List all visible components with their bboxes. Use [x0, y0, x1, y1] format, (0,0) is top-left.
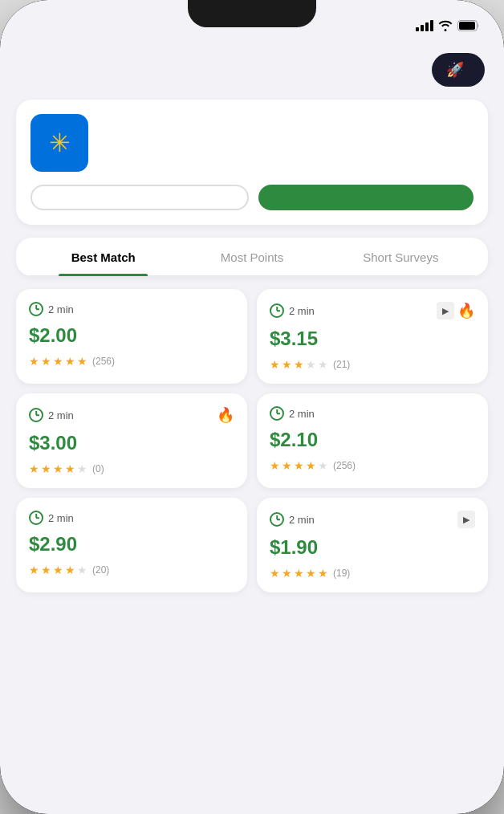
- clock-icon: [29, 511, 43, 525]
- star-icon: ★: [29, 462, 39, 475]
- rocket-icon: 🚀: [446, 61, 464, 79]
- star-icon: ★: [270, 459, 280, 472]
- star-icon: ★: [294, 459, 304, 472]
- star-icon: ★: [318, 459, 328, 472]
- walmart-logo: ✳: [30, 114, 88, 172]
- time-label: 2 min: [289, 514, 315, 526]
- survey-card[interactable]: 2 min ▶ $1.90 ★★★★★ (19): [257, 498, 488, 592]
- tab-best-match[interactable]: Best Match: [29, 250, 177, 275]
- star-icon: ★: [65, 355, 75, 368]
- stars-row: ★★★★★: [29, 564, 87, 576]
- battery-icon: [457, 20, 480, 31]
- card-time: 2 min: [29, 511, 74, 525]
- reward-card: ✳: [16, 100, 488, 225]
- change-reward-button[interactable]: [30, 185, 249, 210]
- walmart-spark-icon: ✳: [49, 128, 71, 158]
- survey-price: $2.00: [29, 324, 234, 347]
- star-icon: ★: [318, 358, 328, 371]
- level-badge[interactable]: 🚀: [432, 53, 485, 87]
- star-icon: ★: [53, 462, 63, 475]
- rating-count: (256): [92, 356, 115, 367]
- time-label: 2 min: [289, 408, 315, 420]
- star-icon: ★: [41, 564, 51, 576]
- star-icon: ★: [65, 564, 75, 576]
- wifi-icon: [438, 20, 453, 31]
- video-badge-icon: ▶: [437, 302, 454, 319]
- star-icon: ★: [41, 462, 51, 475]
- stars-row: ★★★★★: [29, 355, 87, 368]
- survey-price: $1.90: [270, 536, 475, 559]
- survey-card[interactable]: 2 min ▶🔥 $3.15 ★★★★★ (21): [257, 289, 488, 384]
- clock-icon: [270, 406, 284, 421]
- balance-section: 🚀: [16, 53, 488, 87]
- star-icon: ★: [294, 567, 304, 580]
- status-icons: [416, 20, 480, 31]
- card-time: 2 min: [29, 408, 74, 422]
- survey-card[interactable]: 2 min $2.00 ★★★★★ (256): [16, 289, 247, 384]
- star-icon: ★: [77, 462, 87, 475]
- stars-row: ★★★★★: [270, 358, 328, 371]
- survey-card[interactable]: 2 min $2.90 ★★★★★ (20): [16, 498, 247, 592]
- card-time: 2 min: [29, 302, 74, 316]
- card-header: 2 min: [29, 511, 234, 525]
- phone-screen: 🚀 ✳: [0, 0, 504, 814]
- clock-icon: [29, 302, 43, 316]
- card-header: 2 min 🔥: [29, 406, 234, 424]
- star-icon: ★: [29, 564, 39, 576]
- main-content: 🚀 ✳: [0, 40, 504, 814]
- tabs-container: Best Match Most Points Short Surveys: [16, 238, 488, 276]
- star-icon: ★: [306, 459, 316, 472]
- rating-count: (256): [333, 460, 356, 471]
- notch: [188, 0, 316, 27]
- survey-card[interactable]: 2 min 🔥 $3.00 ★★★★★ (0): [16, 393, 247, 488]
- card-header: 2 min: [29, 302, 234, 316]
- time-label: 2 min: [289, 305, 315, 317]
- reward-info: ✳: [30, 114, 474, 172]
- card-rating: ★★★★★ (19): [270, 567, 475, 580]
- time-label: 2 min: [48, 303, 74, 315]
- star-icon: ★: [306, 358, 316, 371]
- star-icon: ★: [270, 567, 280, 580]
- star-icon: ★: [65, 462, 75, 475]
- star-icon: ★: [77, 355, 87, 368]
- tab-most-points[interactable]: Most Points: [177, 250, 326, 275]
- star-icon: ★: [41, 355, 51, 368]
- survey-price: $3.15: [270, 328, 475, 350]
- card-rating: ★★★★★ (21): [270, 358, 475, 371]
- time-label: 2 min: [48, 512, 74, 524]
- star-icon: ★: [282, 358, 292, 371]
- star-icon: ★: [282, 459, 292, 472]
- svg-rect-1: [459, 22, 475, 30]
- stars-row: ★★★★★: [29, 462, 87, 475]
- survey-cards-grid: 2 min $2.00 ★★★★★ (256) 2 min ▶🔥 $3.15 ★…: [16, 289, 488, 592]
- card-time: 2 min: [270, 406, 315, 421]
- card-time: 2 min: [270, 512, 315, 527]
- time-label: 2 min: [48, 409, 74, 421]
- survey-price: $2.90: [29, 533, 234, 556]
- card-header: 2 min: [270, 406, 475, 421]
- star-icon: ★: [306, 567, 316, 580]
- signal-bars-icon: [416, 20, 433, 31]
- star-icon: ★: [53, 355, 63, 368]
- claim-button[interactable]: [258, 185, 474, 210]
- card-header: 2 min ▶🔥: [270, 302, 475, 319]
- rating-count: (0): [92, 463, 104, 474]
- star-icon: ★: [270, 358, 280, 371]
- reward-actions: [30, 185, 474, 210]
- card-header: 2 min ▶: [270, 511, 475, 528]
- star-icon: ★: [318, 567, 328, 580]
- stars-row: ★★★★★: [270, 459, 328, 472]
- rating-count: (20): [92, 564, 109, 576]
- star-icon: ★: [294, 358, 304, 371]
- card-badges: ▶🔥: [437, 302, 475, 319]
- stars-row: ★★★★★: [270, 567, 328, 580]
- clock-icon: [270, 303, 284, 318]
- survey-card[interactable]: 2 min $2.10 ★★★★★ (256): [257, 393, 488, 488]
- star-icon: ★: [282, 567, 292, 580]
- card-badges: 🔥: [217, 406, 234, 424]
- card-rating: ★★★★★ (256): [270, 459, 475, 472]
- clock-icon: [29, 408, 43, 422]
- star-icon: ★: [77, 564, 87, 576]
- tab-short-surveys[interactable]: Short Surveys: [327, 250, 475, 275]
- rating-count: (21): [333, 359, 350, 370]
